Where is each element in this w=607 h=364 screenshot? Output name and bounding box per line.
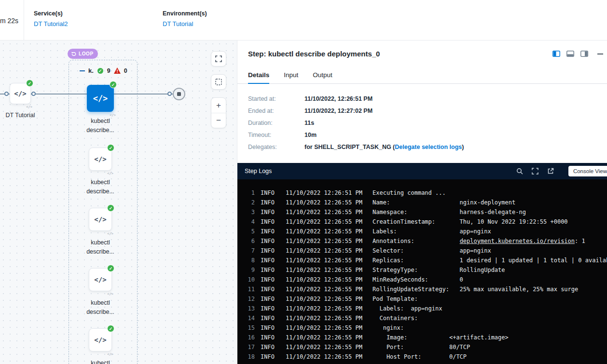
step-logs-title: Step Logs xyxy=(245,168,272,175)
log-level: INFO xyxy=(261,236,286,246)
console-view-button[interactable]: Console View xyxy=(568,166,607,176)
step-node[interactable]: </> ✓ </> xyxy=(89,148,112,171)
log-line-number: 9 xyxy=(242,265,255,275)
loop-badge-label: LOOP xyxy=(79,51,94,56)
step-node[interactable]: </> ✓ </> xyxy=(89,268,112,291)
pipeline-execution-page: m 22s Service(s) DT Tutorial2 Environmen… xyxy=(0,0,607,364)
step-node-label: kubectldescribe... xyxy=(74,359,127,364)
node-label: DT Tutorial xyxy=(0,111,47,120)
log-message: Containers: xyxy=(372,315,418,322)
log-level: INFO xyxy=(261,304,286,313)
code-subicon: </> xyxy=(107,292,113,296)
group-name: k. xyxy=(88,67,94,74)
success-check-icon: ✓ xyxy=(107,144,114,151)
log-level: INFO xyxy=(261,207,286,217)
details-tabs: Details Input Output xyxy=(237,71,607,84)
failed-count: 0 xyxy=(124,67,127,74)
log-link[interactable]: deployment.kubernetes.io/revision xyxy=(460,238,575,244)
fit-to-screen-button[interactable] xyxy=(211,51,226,67)
log-timestamp: 11/10/2022 12:26:55 PM xyxy=(286,236,372,246)
log-timestamp: 11/10/2022 12:26:55 PM xyxy=(286,323,372,333)
log-timestamp: 11/10/2022 12:26:55 PM xyxy=(286,352,372,362)
log-line: 16INFO11/10/2022 12:26:55 PM Image: <+ar… xyxy=(242,333,607,342)
success-check-icon: ✓ xyxy=(97,67,104,74)
tab-details[interactable]: Details xyxy=(248,71,269,83)
log-timestamp: 11/10/2022 12:26:55 PM xyxy=(286,265,372,275)
search-icon[interactable] xyxy=(516,168,523,175)
log-line-number: 18 xyxy=(242,352,255,362)
log-line: 15INFO11/10/2022 12:26:55 PM nginx: xyxy=(242,323,607,333)
log-message: Pod Template: xyxy=(372,296,418,302)
detail-label: Timeout: xyxy=(248,132,304,138)
log-line: 12INFO11/10/2022 12:26:55 PMPod Template… xyxy=(242,294,607,304)
code-icon: </> xyxy=(94,276,106,283)
success-check-icon: ✓ xyxy=(26,80,33,87)
log-level: INFO xyxy=(261,188,286,198)
log-message: Image: <+artifact.image> xyxy=(372,334,509,341)
log-line-number: 13 xyxy=(242,304,255,313)
open-in-new-icon[interactable] xyxy=(547,168,554,175)
success-check-icon: ✓ xyxy=(107,325,114,332)
minimize-icon[interactable] xyxy=(597,54,603,54)
environments-value-link[interactable]: DT Tutorial xyxy=(163,20,207,27)
layout-bottom-icon[interactable] xyxy=(566,51,574,57)
log-message: Selector: app=nginx xyxy=(372,247,491,254)
marquee-select-icon xyxy=(215,79,222,85)
pipeline-graph: LOOP k. ✓ 9 0 </> ✓ </> DT Tutorial </> … xyxy=(0,40,237,364)
delegate-selection-logs-link[interactable]: Delegate selection logs xyxy=(395,144,462,150)
log-message: CreationTimestamp: Thu, 10 Nov 2022 19:2… xyxy=(372,218,568,225)
console-controls: Console View xyxy=(516,166,607,176)
tab-output[interactable]: Output xyxy=(313,71,332,83)
log-line-number: 10 xyxy=(242,275,255,284)
log-level: INFO xyxy=(261,246,286,256)
header-divider xyxy=(24,0,24,40)
code-icon: </> xyxy=(93,94,108,103)
log-line: 7INFO11/10/2022 12:26:55 PMSelector: app… xyxy=(242,246,607,256)
layout-split-left-icon[interactable] xyxy=(552,51,560,57)
detail-value: 11s xyxy=(304,120,314,126)
log-line-number: 15 xyxy=(242,323,255,333)
loop-badge[interactable]: LOOP xyxy=(68,49,98,59)
log-level: INFO xyxy=(261,198,286,207)
success-count: 9 xyxy=(107,67,110,74)
log-message: nginx: xyxy=(372,324,404,331)
details-section: Step: kubectl describe deployments_0 Det… xyxy=(237,40,607,163)
pipeline-node-dt-tutorial[interactable]: </> ✓ </> xyxy=(10,83,31,104)
edge-port xyxy=(167,92,172,96)
log-level: INFO xyxy=(261,342,286,352)
log-timestamp: 11/10/2022 12:26:55 PM xyxy=(286,227,372,236)
selection-button[interactable] xyxy=(211,74,226,90)
step-node[interactable]: </> ✓ </> xyxy=(89,328,112,351)
log-timestamp: 11/10/2022 12:26:55 PM xyxy=(286,313,372,323)
code-icon: </> xyxy=(14,90,26,97)
step-logs-header: Step Logs Console View xyxy=(237,163,607,179)
main-content: LOOP k. ✓ 9 0 </> ✓ </> DT Tutorial </> … xyxy=(0,40,607,364)
environments-block: Environment(s) DT Tutorial xyxy=(163,10,207,27)
detail-value: 11/10/2022, 12:26:51 PM xyxy=(304,95,372,102)
warning-icon xyxy=(114,67,121,74)
zoom-controls: + − xyxy=(211,97,226,128)
log-line: 3INFO11/10/2022 12:26:55 PMNamespace: ha… xyxy=(242,207,607,217)
detail-row: Delegates: for SHELL_SCRIPT_TASK_NG (Del… xyxy=(248,144,596,150)
step-node[interactable]: </> ✓ </> xyxy=(89,208,112,231)
zoom-in-button[interactable]: + xyxy=(211,98,226,113)
step-node-selected[interactable]: </> ✓ </> xyxy=(87,85,114,112)
log-level: INFO xyxy=(261,333,286,342)
fullscreen-icon[interactable] xyxy=(532,168,538,175)
code-icon: </> xyxy=(94,216,106,223)
services-value-link[interactable]: DT Tutorial2 xyxy=(34,20,68,27)
detail-label: Delegates: xyxy=(248,144,304,150)
zoom-out-button[interactable]: − xyxy=(211,113,226,128)
step-node-label: kubectldescribe... xyxy=(74,298,127,317)
log-message: Namespace: harness-delegate-ng xyxy=(372,209,526,216)
stop-node[interactable] xyxy=(173,88,185,100)
detail-value: 11/10/2022, 12:27:02 PM xyxy=(304,108,372,114)
layout-right-icon[interactable] xyxy=(580,51,588,57)
elapsed-duration: m 22s xyxy=(0,17,18,25)
tab-input[interactable]: Input xyxy=(284,71,298,83)
log-line-number: 16 xyxy=(242,333,255,342)
log-level: INFO xyxy=(261,217,286,227)
detail-row: Duration: 11s xyxy=(248,120,596,126)
collapse-icon[interactable] xyxy=(80,70,85,71)
log-line: 6INFO11/10/2022 12:26:55 PMAnnotations: … xyxy=(242,236,607,246)
